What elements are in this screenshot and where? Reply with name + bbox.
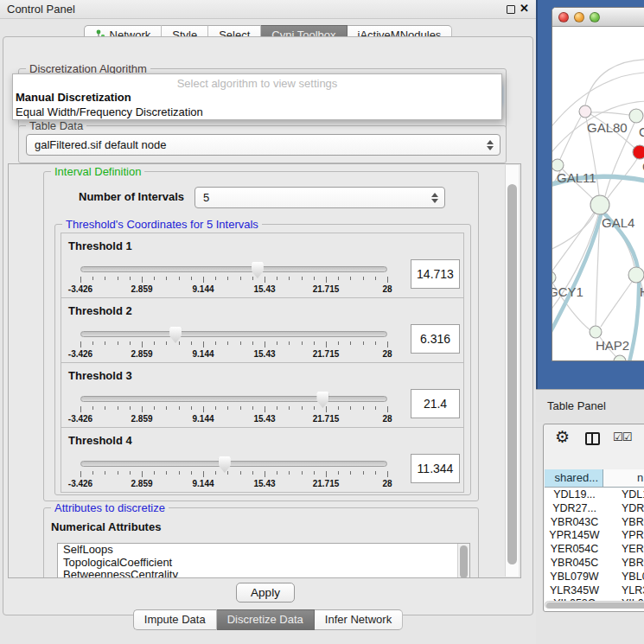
slider-tick [338,406,339,410]
slider-track[interactable] [80,266,387,272]
table-hscrollbar-thumb[interactable] [546,603,644,609]
list-scrollbar-thumb[interactable] [460,545,468,578]
float-window-icon[interactable] [507,5,515,14]
network-edge[interactable] [552,213,594,273]
threshold-value-field[interactable]: 6.316 [411,324,460,354]
slider-tick [387,277,388,283]
table-cell[interactable]: YER054C [545,543,604,557]
slider-tick-label: 28 [382,284,392,294]
network-node[interactable] [590,326,602,338]
slider-tick [375,406,376,410]
algorithm-option[interactable]: Equal Width/Frequency Discretization [13,105,501,119]
apply-button[interactable]: Apply [236,583,295,603]
algorithm-option[interactable]: Manual Discretization [13,90,501,105]
table-row[interactable]: YLR345WYLR3 [545,584,644,598]
tab-impute-data[interactable]: Impute Data [133,609,217,630]
minimize-traffic-light-icon[interactable] [574,12,584,22]
select-columns-icon[interactable]: ☑☑ [613,430,631,443]
slider-tick [80,277,81,283]
attribute-list-item[interactable]: BetweennessCentrality [58,569,469,578]
settings-scrollbar-thumb[interactable] [507,184,517,564]
slider-tick [92,406,93,410]
close-traffic-light-icon[interactable] [558,12,569,22]
table-row[interactable]: YBL079WYBL0 [545,571,644,584]
table-cell[interactable]: YLR345W [545,584,604,598]
network-node[interactable] [628,267,644,283]
network-edge[interactable] [591,112,629,115]
table-row[interactable]: YBR045CYBR0 [545,557,644,571]
network-window-titlebar[interactable] [552,8,644,27]
table-hscrollbar[interactable] [545,601,644,609]
network-edge[interactable] [601,282,632,327]
threshold-label: Threshold 4 [68,434,132,447]
slider-tick [265,341,265,348]
table-cell[interactable]: YBR043C [545,516,604,530]
network-node[interactable] [590,195,609,214]
settings-scrollbar[interactable] [505,165,519,577]
slider-tick [142,406,143,412]
table-cell[interactable]: YBR0 [604,516,644,530]
zoom-traffic-light-icon[interactable] [590,12,600,22]
slider-thumb[interactable] [169,327,182,343]
slider-tick [105,406,105,410]
table-row[interactable]: YBR043CYBR0 [545,516,644,530]
table-row[interactable]: YPR145WYPR1 [545,529,644,543]
gear-icon[interactable]: ⚙ [555,427,570,447]
close-icon[interactable]: ✕ [520,2,529,15]
column-header[interactable]: shared... [545,469,603,487]
threshold-value-field[interactable]: 14.713 [411,259,460,289]
table-cell[interactable]: YBL079W [545,571,604,584]
table-cell[interactable]: YDR2 [604,502,644,516]
network-edge[interactable] [560,117,581,159]
table-cell[interactable]: YBL0 [604,571,644,584]
table-cell[interactable]: YLR3 [604,584,644,598]
slider-track[interactable] [80,461,387,467]
table-cell[interactable]: YBR045C [545,557,604,571]
network-edge[interactable] [552,215,598,321]
threshold-value-field[interactable]: 11.344 [411,454,460,483]
number-of-intervals-combobox[interactable]: 5 [194,187,445,208]
network-node[interactable] [552,271,556,284]
table-data-combobox[interactable]: galFiltered.sif default node [26,134,501,156]
combo-arrows-icon [431,193,438,203]
table-cell[interactable]: YBR0 [604,557,644,571]
network-edge[interactable] [585,60,644,105]
slider-thumb[interactable] [316,392,328,408]
table-row[interactable]: YDR27...YDR2 [545,502,644,516]
slider-tick [338,471,339,475]
table-row[interactable]: YDL19...YDL1 [545,488,644,502]
attribute-list-item[interactable]: TopologicalCoefficient [58,557,469,570]
slider-track[interactable] [80,396,387,402]
list-scrollbar[interactable] [457,544,469,578]
slider-tick [240,341,241,345]
slider-tick [387,341,388,348]
table-cell[interactable]: YDL1 [604,488,644,502]
slider-track[interactable] [80,331,387,337]
table-cell[interactable]: YER0 [604,543,644,557]
network-node[interactable] [579,105,591,118]
network-node[interactable] [552,159,564,171]
table-cell[interactable]: YPR1 [604,529,644,543]
table-row[interactable]: YER054CYER0 [545,543,644,557]
slider-thumb[interactable] [219,456,231,473]
threshold-value-field[interactable]: 21.4 [411,389,460,418]
slider-tick [215,341,216,345]
network-canvas[interactable]: GAL80GACGAL11GAL4GCY1HHAP2 [552,27,644,361]
network-edge-highlighted[interactable] [552,212,602,345]
split-columns-icon[interactable] [585,432,600,445]
slider-tick [92,277,93,280]
column-header[interactable]: n [603,469,644,487]
table-cell[interactable]: YDR27... [545,502,604,516]
table-cell[interactable]: YPR145W [545,529,604,543]
network-node[interactable] [629,109,643,123]
tab-infer-network[interactable]: Infer Network [315,609,403,630]
slider-tick [166,277,167,280]
slider-thumb[interactable] [252,262,264,278]
tab-discretize-data[interactable]: Discretize Data [217,609,315,630]
table-cell[interactable]: YDL19... [545,488,604,502]
slider-tick [289,471,290,475]
slider-tick [338,277,339,280]
attribute-list-item[interactable]: SelfLoops [58,544,469,557]
slider-tick [375,341,376,345]
network-node[interactable] [633,145,644,159]
